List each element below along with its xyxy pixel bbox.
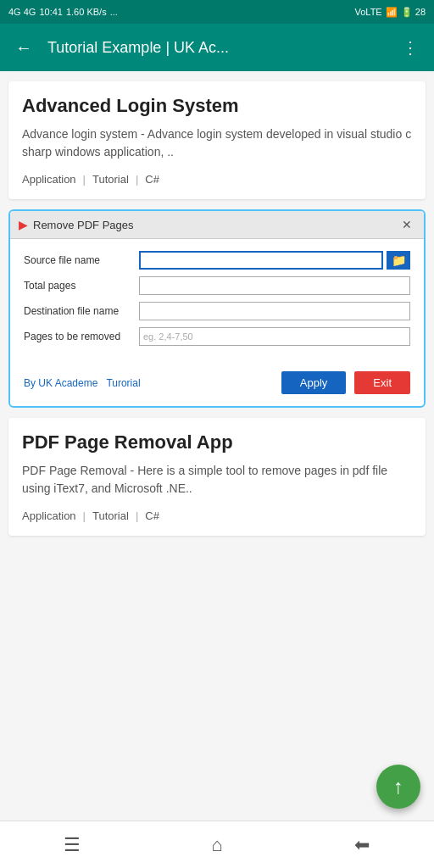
tag-sep-1: |	[83, 173, 86, 186]
total-pages-label: Total pages	[24, 280, 134, 292]
app-bar: ← Tutorial Example | UK Ac... ⋮	[0, 24, 434, 71]
card1-tag-application[interactable]: Application	[22, 173, 76, 186]
main-content: Advanced Login System Advance login syst…	[0, 81, 434, 536]
menu-icon: ☰	[64, 834, 81, 856]
dialog-header: ▶ Remove PDF Pages ✕	[10, 211, 424, 239]
total-pages-input[interactable]	[139, 276, 410, 295]
tutorial-link[interactable]: Turorial	[106, 377, 140, 389]
home-icon: ⌂	[211, 834, 222, 856]
back-nav-icon: ⬅	[354, 834, 370, 856]
folder-browse-button[interactable]: 📁	[387, 251, 410, 270]
card2-tag-csharp[interactable]: C#	[145, 509, 159, 522]
back-button[interactable]: ←	[7, 31, 41, 64]
bottom-nav-home-button[interactable]: ⌂	[192, 828, 242, 862]
dialog-footer: By UK Academe Turorial Apply Exit	[10, 364, 424, 406]
bottom-nav: ☰ ⌂ ⬅	[0, 821, 434, 868]
destination-row: Destination file name	[24, 302, 410, 320]
card2-tag-tutorial[interactable]: Tutorial	[92, 509, 129, 522]
tag-sep-2: |	[136, 173, 138, 186]
source-file-input[interactable]	[139, 251, 383, 270]
footer-links: By UK Academe Turorial	[24, 377, 273, 389]
card1-description: Advance login system - Advance login sys…	[22, 125, 412, 161]
remove-pdf-dialog: ▶ Remove PDF Pages ✕ Source file name 📁 …	[8, 209, 426, 408]
more-dots: ...	[110, 7, 118, 17]
card1-title: Advanced Login System	[22, 95, 412, 117]
card2-title: PDF Page Removal App	[22, 431, 412, 453]
total-pages-input-wrapper	[139, 276, 410, 295]
dialog-close-button[interactable]: ✕	[398, 216, 415, 233]
pages-remove-label: Pages to be removed	[24, 331, 134, 342]
card1-tag-csharp[interactable]: C#	[145, 173, 159, 186]
card1-tags: Application | Tutorial | C#	[22, 173, 412, 186]
time: 10:41	[39, 7, 63, 17]
bottom-nav-back-button[interactable]: ⬅	[337, 828, 387, 862]
bottom-nav-menu-button[interactable]: ☰	[47, 828, 97, 862]
volte-icon: VoLTE	[354, 7, 381, 17]
status-right: VoLTE 📶 🔋 28	[354, 7, 426, 18]
card1-tag-tutorial[interactable]: Tutorial	[92, 173, 129, 186]
apply-button[interactable]: Apply	[281, 371, 347, 394]
data-speed: 1.60 KB/s	[66, 7, 107, 17]
destination-input[interactable]	[139, 302, 410, 320]
dialog-body: Source file name 📁 Total pages Destinati…	[10, 239, 424, 364]
tag-sep-3: |	[83, 509, 86, 522]
exit-button[interactable]: Exit	[354, 371, 410, 394]
pages-remove-row: Pages to be removed	[24, 327, 410, 346]
folder-icon: 📁	[392, 253, 406, 267]
card-advanced-login: Advanced Login System Advance login syst…	[8, 81, 426, 199]
card2-description: PDF Page Removal - Here is a simple tool…	[22, 462, 412, 498]
app-bar-title: Tutorial Example | UK Ac...	[47, 39, 387, 57]
source-file-input-wrapper: 📁	[139, 251, 410, 270]
by-uk-academe-link[interactable]: By UK Academe	[24, 377, 97, 389]
card-pdf-removal: PDF Page Removal App PDF Page Removal - …	[8, 418, 426, 536]
pages-remove-input[interactable]	[139, 327, 410, 346]
source-file-row: Source file name 📁	[24, 251, 410, 270]
card2-tags: Application | Tutorial | C#	[22, 509, 412, 522]
destination-label: Destination file name	[24, 305, 134, 317]
dialog-icon: ▶	[19, 218, 28, 231]
battery-icon: 🔋 28	[401, 7, 426, 18]
source-file-label: Source file name	[24, 254, 134, 266]
status-bar: 4G 4G 10:41 1.60 KB/s ... VoLTE 📶 🔋 28	[0, 0, 434, 24]
network-info: 4G 4G	[8, 7, 36, 17]
pages-remove-input-wrapper	[139, 327, 410, 346]
overflow-menu-button[interactable]: ⋮	[393, 31, 427, 64]
scroll-to-top-fab[interactable]: ↑	[376, 765, 420, 809]
status-left: 4G 4G 10:41 1.60 KB/s ...	[8, 7, 118, 17]
total-pages-row: Total pages	[24, 276, 410, 295]
destination-input-wrapper	[139, 302, 410, 320]
card2-tag-application[interactable]: Application	[22, 509, 76, 522]
dialog-title: Remove PDF Pages	[33, 219, 393, 231]
wifi-icon: 📶	[386, 7, 398, 18]
tag-sep-4: |	[136, 509, 138, 522]
